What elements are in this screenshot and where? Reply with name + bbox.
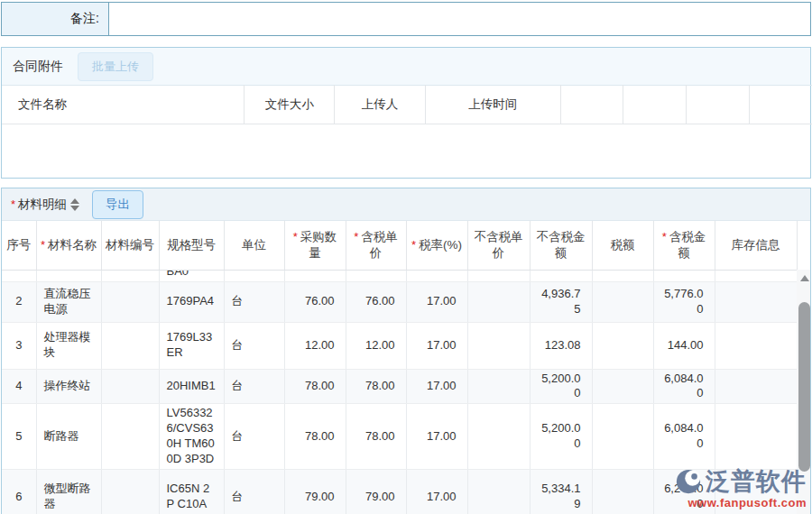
remark-row: 备注: <box>1 2 811 36</box>
cell-tax_rate: 17.00 <box>406 322 467 369</box>
scroll-up-icon[interactable] <box>800 275 809 281</box>
batch-upload-button[interactable]: 批量上传 <box>78 52 153 81</box>
cell-net_price <box>467 469 530 514</box>
page: 备注: 合同附件 批量上传 文件名称文件大小上传人上传时间 * 材料明细 导出 <box>0 0 812 514</box>
remark-input[interactable] <box>109 3 810 35</box>
cell-code <box>101 369 159 404</box>
cell-net_price <box>467 404 530 470</box>
cell-seq <box>2 270 36 281</box>
cell-tax_amount <box>592 322 653 369</box>
attachments-column-header <box>560 86 623 124</box>
table-row[interactable]: 6微型断路器IC65N 2P C10A台79.0079.0017.005,334… <box>2 469 797 514</box>
required-asterisk: * <box>41 238 45 252</box>
cell-seq: 2 <box>2 281 36 322</box>
cell-spec: 1769L33ER <box>159 322 224 369</box>
cell-code <box>101 469 159 514</box>
cell-spec: 20HIMB1 <box>159 369 224 404</box>
cell-unit: 台 <box>224 281 284 322</box>
cell-tax_amount <box>592 404 653 470</box>
cell-unit <box>224 270 284 281</box>
cell-gross_amount <box>653 270 715 281</box>
materials-column-header: *含税单价 <box>346 221 406 270</box>
materials-column-header: *采购数量 <box>284 221 346 270</box>
cell-qty: 12.00 <box>284 322 346 369</box>
table-row[interactable]: BA0 <box>2 270 797 281</box>
cell-stock <box>715 469 797 514</box>
cell-name: 微型断路器 <box>36 469 101 514</box>
attachments-column-header <box>623 86 687 124</box>
cell-qty: 76.00 <box>284 281 346 322</box>
cell-unit: 台 <box>224 469 284 514</box>
cell-gross_amount: 5,776.00 <box>653 281 715 322</box>
materials-column-header: 材料编号 <box>101 221 159 270</box>
cell-tax_rate: 17.00 <box>406 469 467 514</box>
cell-net_price <box>467 322 530 369</box>
cell-net_amount <box>530 270 592 281</box>
cell-qty: 78.00 <box>284 369 346 404</box>
cell-qty <box>284 270 346 281</box>
materials-column-header: *税率(%) <box>406 221 467 270</box>
cell-tax_price: 76.00 <box>346 281 406 322</box>
materials-panel: * 材料明细 导出 序号*材料名称材料编号规格型号单位*采购数量*含税单价*税率… <box>1 188 811 514</box>
cell-unit: 台 <box>224 322 284 369</box>
required-asterisk: * <box>662 230 667 243</box>
cell-spec: IC65N 2P C10A <box>159 469 224 514</box>
materials-column-header: 规格型号 <box>159 221 224 270</box>
export-button[interactable]: 导出 <box>92 190 143 219</box>
cell-spec: 1769PA4 <box>159 281 224 322</box>
stepper-up-icon[interactable] <box>70 198 79 204</box>
scrollbar-thumb[interactable] <box>798 302 810 472</box>
cell-tax_rate: 17.00 <box>406 404 467 470</box>
attachments-table: 文件名称文件大小上传人上传时间 <box>2 85 812 124</box>
materials-column-header: 单位 <box>224 221 284 270</box>
cell-code <box>101 281 159 322</box>
remark-label: 备注: <box>2 3 109 35</box>
cell-stock <box>715 369 797 404</box>
cell-net_amount: 4,936.75 <box>530 281 592 322</box>
attachments-column-header: 上传人 <box>335 86 425 124</box>
cell-tax_amount <box>592 281 653 322</box>
materials-column-header: 不含税金额 <box>530 221 592 270</box>
materials-column-header: *材料名称 <box>36 221 101 270</box>
cell-net_amount: 5,334.19 <box>530 469 592 514</box>
cell-spec: BA0 <box>159 270 224 281</box>
table-row[interactable]: 5断路器LV563326/CVS630H TM600D 3P3D台78.0078… <box>2 404 797 470</box>
attachments-column-header: 上传时间 <box>425 86 560 124</box>
cell-code <box>101 404 159 470</box>
cell-name: 直流稳压电源 <box>36 281 101 322</box>
cell-stock <box>715 322 797 369</box>
required-asterisk: * <box>411 238 416 252</box>
table-row[interactable]: 2直流稳压电源1769PA4台76.0076.0017.004,936.755,… <box>2 281 797 322</box>
stepper-down-icon[interactable] <box>70 206 79 211</box>
cell-net_price <box>467 270 530 281</box>
cell-seq: 4 <box>2 369 36 404</box>
cell-qty: 78.00 <box>284 404 346 470</box>
cell-gross_amount: 144.00 <box>653 322 715 369</box>
cell-code <box>101 322 159 369</box>
cell-gross_amount: 6,084.00 <box>653 404 715 470</box>
cell-name: 断路器 <box>36 404 101 470</box>
required-asterisk: * <box>11 197 15 211</box>
required-asterisk: * <box>293 230 298 243</box>
cell-tax_price: 79.00 <box>346 469 406 514</box>
cell-stock <box>715 281 797 322</box>
attachments-header: 合同附件 批量上传 <box>2 48 810 85</box>
cell-tax_price: 78.00 <box>346 404 406 470</box>
materials-table-wrap: 序号*材料名称材料编号规格型号单位*采购数量*含税单价*税率(%)不含税单价不含… <box>2 221 811 514</box>
cell-gross_amount: 6,084.00 <box>653 369 715 404</box>
attachments-column-header <box>687 86 750 124</box>
materials-column-header: 税额 <box>592 221 653 270</box>
materials-header-bar: * 材料明细 导出 <box>2 188 810 221</box>
attachments-column-header <box>750 86 812 124</box>
table-row[interactable]: 4操作终站20HIMB1台78.0078.0017.005,200.006,08… <box>2 369 797 404</box>
cell-name: 操作终站 <box>36 369 101 404</box>
cell-name: 处理器模块 <box>36 322 101 369</box>
attachments-title: 合同附件 <box>13 59 63 75</box>
table-row[interactable]: 3处理器模块1769L33ER台12.0012.0017.00123.08144… <box>2 322 797 369</box>
cell-seq: 6 <box>2 469 36 514</box>
vertical-scrollbar[interactable] <box>797 270 811 514</box>
materials-stepper[interactable] <box>70 198 79 211</box>
materials-column-header: 不含税单价 <box>467 221 530 270</box>
cell-net_price <box>467 281 530 322</box>
cell-spec: LV563326/CVS630H TM600D 3P3D <box>159 404 224 470</box>
